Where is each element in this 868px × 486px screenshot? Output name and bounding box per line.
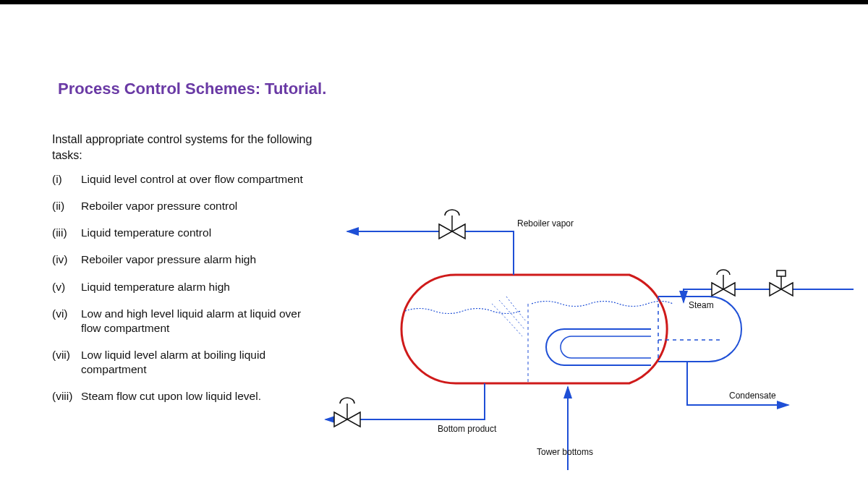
task-item: (ii) Reboiler vapor pressure control: [52, 199, 327, 213]
task-text: Steam flow cut upon low liquid level.: [81, 389, 327, 404]
task-text: Reboiler vapor pressure control: [81, 199, 327, 213]
control-valve-icon: [712, 270, 735, 296]
task-number: (iv): [52, 252, 81, 267]
reboiler-vessel-icon: [401, 275, 741, 383]
task-item: (v) Liquid temperature alarm high: [52, 280, 327, 294]
task-text: Low liquid level alarm at boiling liquid…: [81, 348, 327, 377]
task-number: (v): [52, 280, 81, 294]
instructions: Install appropriate control systems for …: [52, 132, 312, 163]
label-bottom-product: Bottom product: [438, 424, 496, 434]
task-text: Reboiler vapor pressure alarm high: [81, 252, 327, 267]
process-diagram: Reboiler vapor Steam Condensate Bottom p…: [318, 188, 868, 477]
top-black-bar: [0, 0, 868, 4]
task-number: (iii): [52, 226, 81, 240]
task-text: Liquid temperature alarm high: [81, 280, 327, 294]
task-text: Low and high level liquid alarm at liqui…: [81, 307, 327, 336]
task-number: (viii): [52, 389, 81, 404]
label-tower-bottoms: Tower bottoms: [537, 447, 593, 457]
task-number: (vii): [52, 348, 81, 377]
task-text: Liquid level control at over flow compar…: [81, 172, 327, 187]
task-item: (iii) Liquid temperature control: [52, 226, 327, 240]
reboiler-vapor-line: [347, 231, 514, 275]
label-steam: Steam: [689, 300, 714, 310]
label-condensate: Condensate: [729, 391, 776, 401]
task-number: (vi): [52, 307, 81, 336]
task-item: (vii) Low liquid level alarm at boiling …: [52, 348, 327, 377]
task-text: Liquid temperature control: [81, 226, 327, 240]
task-item: (i) Liquid level control at over flow co…: [52, 172, 327, 187]
block-valve-icon: [770, 270, 793, 296]
page-title: Process Control Schemes: Tutorial.: [58, 80, 326, 98]
task-item: (viii) Steam flow cut upon low liquid le…: [52, 389, 327, 404]
control-valve-icon: [334, 398, 360, 427]
task-item: (iv) Reboiler vapor pressure alarm high: [52, 252, 327, 267]
control-valve-icon: [439, 210, 465, 239]
task-number: (i): [52, 172, 81, 187]
task-list: (i) Liquid level control at over flow co…: [52, 172, 327, 416]
task-number: (ii): [52, 199, 81, 213]
label-reboiler-vapor: Reboiler vapor: [517, 218, 574, 229]
task-item: (vi) Low and high level liquid alarm at …: [52, 307, 327, 336]
svg-rect-7: [777, 270, 786, 276]
